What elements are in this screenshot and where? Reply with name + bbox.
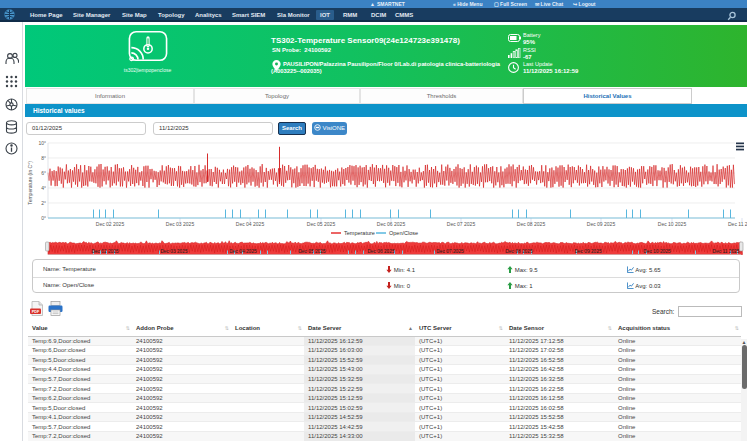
svg-text:8°: 8°: [41, 155, 46, 161]
svg-text:Open/Close: Open/Close: [389, 230, 418, 236]
svg-text:Dec 02 2025: Dec 02 2025: [91, 249, 119, 254]
svg-text:Dec 07 2025: Dec 07 2025: [436, 249, 464, 254]
svg-text:Dec 09 2025: Dec 09 2025: [574, 249, 602, 254]
svg-text:Dec 06 2025: Dec 06 2025: [367, 249, 395, 254]
svg-text:Dec 10 2025: Dec 10 2025: [643, 249, 671, 254]
svg-text:0°: 0°: [41, 215, 46, 221]
svg-text:Temperature: Temperature: [344, 230, 375, 236]
svg-text:10°: 10°: [38, 140, 46, 146]
svg-text:Temperature (in C°): Temperature (in C°): [27, 161, 33, 205]
svg-text:Dec 05 2025: Dec 05 2025: [298, 249, 326, 254]
svg-text:4°: 4°: [41, 185, 46, 191]
svg-text:Dec 11 2025: Dec 11 2025: [713, 249, 740, 254]
svg-text:Dec 03 2025: Dec 03 2025: [160, 249, 188, 254]
svg-text:2°: 2°: [41, 200, 46, 206]
svg-text:Dec 11 2025: Dec 11 2025: [728, 221, 747, 227]
svg-text:6°: 6°: [41, 170, 46, 176]
svg-text:Dec 08 2025: Dec 08 2025: [505, 249, 533, 254]
svg-text:PDF: PDF: [32, 310, 40, 314]
svg-text:Dec 04 2025: Dec 04 2025: [229, 249, 257, 254]
